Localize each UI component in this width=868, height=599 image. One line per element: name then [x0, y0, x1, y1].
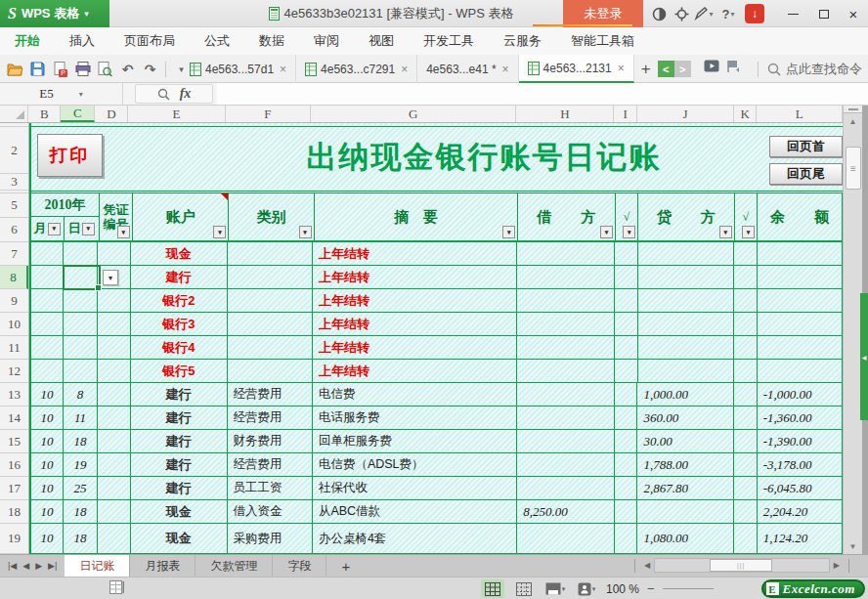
- day-header-cell[interactable]: 日▾: [65, 217, 99, 240]
- cell[interactable]: [734, 383, 757, 406]
- cell[interactable]: [734, 430, 757, 453]
- export-pdf-icon[interactable]: P: [49, 58, 71, 80]
- account-cell[interactable]: 建行: [131, 383, 228, 406]
- insert-function-button[interactable]: fx: [180, 86, 192, 102]
- month-cell[interactable]: 10: [31, 453, 64, 477]
- column-header-f[interactable]: F: [226, 106, 312, 122]
- balance-cell[interactable]: 1,124.20: [758, 524, 843, 554]
- cell[interactable]: [734, 406, 757, 430]
- check-header-cell[interactable]: √▾: [616, 193, 638, 240]
- redo-icon[interactable]: ↷: [139, 58, 161, 80]
- row-header[interactable]: 16: [0, 453, 28, 477]
- scroll-right-arrow[interactable]: ▶: [830, 561, 844, 570]
- account-cell[interactable]: 建行: [131, 477, 228, 500]
- month-cell[interactable]: 10: [31, 500, 64, 524]
- menu-review[interactable]: 审阅: [299, 27, 354, 55]
- filter-dropdown-icon[interactable]: ▾: [502, 226, 515, 238]
- scroll-left-arrow[interactable]: ◀: [640, 561, 654, 570]
- row-header[interactable]: 18: [0, 500, 28, 524]
- formula-input[interactable]: [217, 83, 868, 105]
- category-cell[interactable]: 借入资金: [228, 500, 313, 524]
- debit-cell[interactable]: 8,250.00: [517, 500, 615, 524]
- debit-cell[interactable]: [517, 383, 615, 406]
- split-handle[interactable]: [844, 106, 862, 113]
- cell[interactable]: [517, 266, 615, 289]
- voucher-header-cell[interactable]: 凭证编号▾: [100, 193, 133, 240]
- maximize-button[interactable]: [809, 0, 839, 27]
- menu-smart-toolbox[interactable]: 智能工具箱: [556, 27, 649, 55]
- summary-cell[interactable]: 电信费: [313, 383, 517, 406]
- sheet-tab-journal[interactable]: 日记账: [65, 555, 130, 577]
- cell[interactable]: [228, 336, 313, 360]
- new-document-tab-button[interactable]: +: [634, 55, 658, 83]
- cell[interactable]: [734, 524, 757, 554]
- row-header[interactable]: 14: [0, 406, 28, 430]
- cell[interactable]: [98, 242, 131, 266]
- cell[interactable]: [615, 500, 637, 524]
- summary-cell[interactable]: 上年结转: [313, 242, 518, 266]
- filter-dropdown-icon[interactable]: ▾: [82, 223, 95, 235]
- find-command-box[interactable]: 点此查找命令: [754, 55, 862, 83]
- menu-home[interactable]: 开始: [0, 27, 55, 55]
- filter-dropdown-icon[interactable]: ▾: [719, 226, 732, 238]
- select-all-corner[interactable]: [0, 106, 28, 122]
- credit-cell[interactable]: [637, 500, 734, 524]
- account-cell[interactable]: 建行: [131, 453, 228, 477]
- cell[interactable]: [734, 360, 757, 383]
- category-header-cell[interactable]: 类别▾: [229, 193, 314, 240]
- day-cell[interactable]: 18: [64, 524, 98, 554]
- sheet-tab-monthly[interactable]: 月报表: [130, 555, 195, 577]
- print-icon[interactable]: [71, 58, 94, 80]
- column-header-l[interactable]: L: [757, 106, 843, 122]
- cell[interactable]: [31, 360, 64, 383]
- debit-cell[interactable]: [517, 406, 615, 430]
- cell[interactable]: [517, 289, 615, 313]
- cell[interactable]: [228, 289, 313, 313]
- last-sheet-icon[interactable]: ▶|: [48, 561, 57, 571]
- balance-cell[interactable]: -1,390.00: [758, 430, 843, 453]
- doc-tab-1[interactable]: 4e563...57d1×: [181, 55, 296, 83]
- filter-dropdown-icon[interactable]: ▾: [48, 223, 61, 235]
- cell[interactable]: [98, 289, 131, 313]
- row-header[interactable]: 6: [0, 218, 28, 242]
- account-cell[interactable]: 现金: [131, 524, 228, 554]
- summary-cell[interactable]: 办公桌椅4套: [313, 524, 517, 554]
- row-header-selected[interactable]: 8: [0, 266, 28, 289]
- cell[interactable]: [98, 383, 131, 406]
- cell[interactable]: [615, 406, 637, 430]
- cell[interactable]: [98, 430, 131, 453]
- row-header[interactable]: 9: [0, 289, 28, 313]
- cell[interactable]: [98, 313, 131, 336]
- month-header-cell[interactable]: 月▾: [31, 217, 65, 240]
- cell[interactable]: [758, 360, 843, 383]
- column-header-h[interactable]: H: [516, 106, 614, 122]
- balance-cell[interactable]: 2,204.20: [758, 500, 843, 524]
- vertical-scrollbar[interactable]: ▲ ≡ ▼: [843, 106, 862, 554]
- cell[interactable]: [64, 289, 98, 313]
- cell[interactable]: [638, 360, 735, 383]
- cell[interactable]: [615, 383, 637, 406]
- normal-view-button[interactable]: [481, 579, 504, 598]
- row-header[interactable]: 11: [0, 336, 28, 360]
- cell[interactable]: [758, 266, 843, 289]
- summary-cell[interactable]: 上年结转: [313, 336, 518, 360]
- balance-cell[interactable]: -1,360.00: [758, 406, 843, 430]
- cell[interactable]: [615, 313, 637, 336]
- cell[interactable]: [98, 406, 131, 430]
- back-to-top-button[interactable]: 回页首: [769, 136, 843, 157]
- day-cell[interactable]: 11: [64, 406, 98, 430]
- first-sheet-icon[interactable]: |◀: [8, 561, 17, 571]
- filter-dropdown-icon[interactable]: ▾: [600, 226, 613, 238]
- account-cell[interactable]: 现金: [131, 500, 228, 524]
- settings-gear-icon[interactable]: [672, 5, 691, 22]
- summary-cell[interactable]: 上年结转: [313, 289, 518, 313]
- credit-cell[interactable]: 1,080.00: [637, 524, 734, 554]
- credit-header-cell[interactable]: 贷 方▾: [638, 193, 735, 240]
- cell[interactable]: [517, 242, 615, 266]
- doc-tab-3[interactable]: 4e563...e41 *×: [417, 55, 518, 83]
- cell[interactable]: [228, 266, 313, 289]
- cell[interactable]: [31, 266, 64, 289]
- cell[interactable]: [31, 242, 64, 266]
- category-cell[interactable]: 财务费用: [228, 430, 313, 453]
- cell[interactable]: [31, 313, 64, 336]
